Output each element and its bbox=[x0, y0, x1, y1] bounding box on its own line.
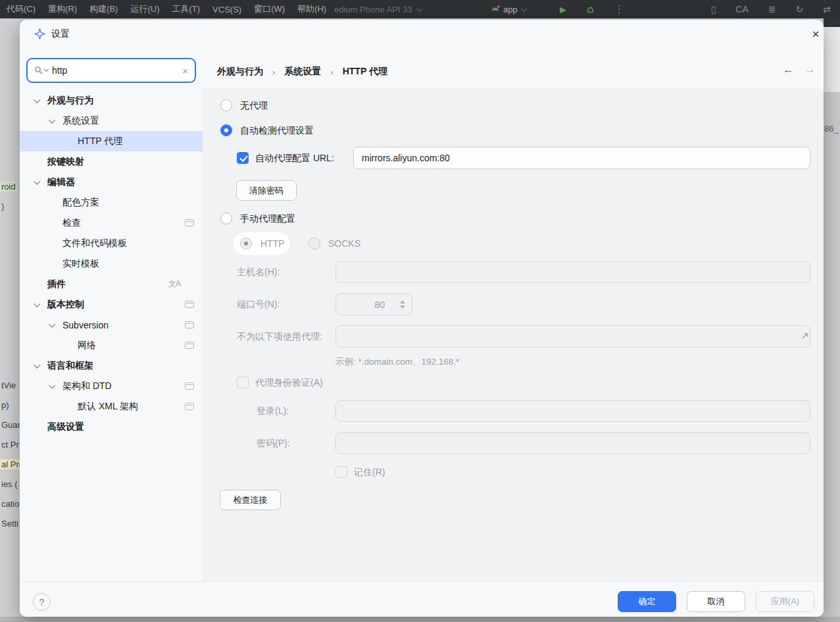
profiler-icon[interactable]: CA bbox=[735, 4, 748, 14]
clear-search-icon[interactable]: × bbox=[182, 65, 188, 76]
chevron-down-icon[interactable] bbox=[49, 382, 55, 389]
auto-detect-proxy-label[interactable]: 自动检测代理设置 bbox=[240, 125, 314, 137]
tree-item-live-templates[interactable]: 实时模板 bbox=[20, 253, 203, 274]
expand-field-icon bbox=[800, 331, 810, 341]
main-menu-bar: 代码(C) 重构(R) 构建(B) 运行(U) 工具(T) VCS(S) 窗口(… bbox=[0, 0, 840, 18]
proxy-auth-label: 代理身份验证(A) bbox=[255, 377, 323, 389]
no-proxy-label[interactable]: 无代理 bbox=[240, 100, 268, 112]
background-fragment: catio bbox=[1, 499, 19, 509]
tree-item-inspections[interactable]: 检查 bbox=[20, 213, 203, 233]
no-proxy-for-label: 不为以下项使用代理: bbox=[237, 331, 322, 343]
breadcrumb-item[interactable]: HTTP 代理 bbox=[343, 66, 387, 78]
tree-item-file-code-templates[interactable]: 文件和代码模板 bbox=[20, 233, 203, 253]
menu-help[interactable]: 帮助(H) bbox=[297, 3, 326, 15]
port-stepper bbox=[393, 294, 412, 315]
tree-item-advanced-settings[interactable]: 高级设置 bbox=[20, 417, 203, 437]
pac-url-checkbox[interactable] bbox=[237, 152, 249, 164]
background-fragment: 86_ bbox=[824, 124, 839, 134]
host-label: 主机名(H): bbox=[237, 267, 280, 278]
tree-item-network[interactable]: 网络 bbox=[20, 335, 203, 355]
background-fragment: al Pro bbox=[0, 459, 20, 469]
remember-checkbox bbox=[335, 466, 347, 478]
updates-icon[interactable]: ⇄ bbox=[823, 4, 831, 14]
spinner-up-icon bbox=[400, 300, 405, 303]
menu-run[interactable]: 运行(U) bbox=[130, 3, 159, 15]
tree-item-schemas-dtd[interactable]: 架构和 DTD bbox=[20, 376, 203, 396]
background-right-strip: 86_ bbox=[824, 18, 840, 622]
search-history-chevron-icon[interactable] bbox=[44, 67, 49, 72]
settings-dialog: 设置 × × 外观与行为 系统设置 HTTP 代理 按键映射 编辑器 配色方案 … bbox=[20, 20, 824, 617]
clear-passwords-button[interactable]: 清除密码 bbox=[236, 180, 297, 201]
debug-button[interactable] bbox=[586, 0, 595, 18]
chevron-down-icon bbox=[416, 5, 422, 12]
no-proxy-radio[interactable] bbox=[220, 99, 232, 111]
tree-item-color-scheme[interactable]: 配色方案 bbox=[20, 192, 203, 213]
tree-item-http-proxy[interactable]: HTTP 代理 bbox=[20, 131, 203, 151]
menu-tools[interactable]: 工具(T) bbox=[172, 3, 200, 15]
background-fragment: p) bbox=[1, 400, 9, 410]
background-bottom-strip bbox=[0, 617, 840, 622]
sync-icon[interactable]: ↻ bbox=[796, 4, 804, 14]
device-manager-icon[interactable]: ▯ bbox=[711, 4, 716, 14]
no-proxy-for-hint: 示例: *.domain.com、192.168.* bbox=[335, 356, 459, 368]
chevron-down-icon[interactable] bbox=[34, 97, 40, 103]
menu-refactor[interactable]: 重构(R) bbox=[48, 3, 77, 15]
tree-item-keymap[interactable]: 按键映射 bbox=[20, 151, 203, 172]
tree-item-version-control[interactable]: 版本控制 bbox=[20, 294, 203, 315]
tree-item-default-xml-schemas[interactable]: 默认 XML 架构 bbox=[20, 396, 203, 417]
chevron-down-icon[interactable] bbox=[49, 321, 55, 328]
spinner-down-icon bbox=[400, 305, 405, 309]
tree-item-plugins[interactable]: 插件文A bbox=[20, 274, 203, 294]
chevron-down-icon bbox=[521, 5, 528, 12]
tree-item-appearance-behavior[interactable]: 外观与行为 bbox=[20, 90, 203, 111]
pac-url-input[interactable] bbox=[353, 147, 810, 169]
menu-window[interactable]: 窗口(W) bbox=[254, 3, 285, 15]
background-fragment: roid bbox=[0, 182, 17, 192]
cancel-button[interactable]: 取消 bbox=[687, 591, 745, 612]
window-icon bbox=[185, 301, 194, 308]
android-icon bbox=[491, 5, 500, 13]
search-input[interactable] bbox=[52, 65, 182, 76]
close-icon[interactable]: × bbox=[806, 25, 824, 43]
menu-build[interactable]: 构建(B) bbox=[89, 3, 118, 15]
background-left-strip: roid ) tVie p) Guar ct Pr al Pro ies ( c… bbox=[0, 18, 20, 622]
no-proxy-for-input bbox=[335, 325, 810, 348]
app-window: 代码(C) 重构(R) 构建(B) 运行(U) 工具(T) VCS(S) 窗口(… bbox=[0, 0, 840, 622]
manual-proxy-radio[interactable] bbox=[220, 213, 232, 224]
chevron-down-icon[interactable] bbox=[34, 301, 40, 307]
help-icon[interactable]: ? bbox=[33, 593, 51, 611]
run-button[interactable]: ▶ bbox=[560, 0, 566, 18]
device-selector[interactable]: edium Phone API 33 bbox=[334, 0, 421, 18]
chevron-down-icon[interactable] bbox=[34, 178, 40, 185]
chevron-down-icon[interactable] bbox=[49, 117, 55, 124]
background-fragment: ) bbox=[1, 201, 4, 211]
proxy-auth-checkbox bbox=[237, 376, 249, 388]
breadcrumb-item[interactable]: 外观与行为 bbox=[217, 66, 263, 78]
back-arrow-icon[interactable]: ← bbox=[783, 63, 794, 76]
chevron-down-icon[interactable] bbox=[34, 362, 40, 369]
breadcrumb-separator: › bbox=[272, 67, 275, 77]
breadcrumb-item[interactable]: 系统设置 bbox=[284, 66, 321, 78]
menu-vcs[interactable]: VCS(S) bbox=[212, 5, 241, 14]
http-label: HTTP bbox=[260, 238, 285, 249]
menu-code[interactable]: 代码(C) bbox=[7, 3, 36, 15]
manual-proxy-label[interactable]: 手动代理配置 bbox=[240, 213, 295, 225]
auto-detect-proxy-radio[interactable] bbox=[220, 124, 232, 136]
run-configuration-selector[interactable]: app bbox=[491, 0, 526, 18]
check-connection-button[interactable]: 检查连接 bbox=[220, 490, 281, 510]
pac-url-label[interactable]: 自动代理配置 URL: bbox=[255, 153, 334, 165]
http-radio bbox=[240, 238, 252, 249]
tree-item-languages-frameworks[interactable]: 语言和框架 bbox=[20, 355, 203, 376]
background-fragment: tVie bbox=[1, 380, 16, 390]
tree-item-system-settings[interactable]: 系统设置 bbox=[20, 111, 203, 131]
structure-icon[interactable]: ≣ bbox=[768, 4, 776, 14]
forward-arrow-icon: → bbox=[804, 63, 816, 76]
login-input bbox=[335, 400, 810, 422]
background-fragment: ies ( bbox=[1, 479, 18, 489]
tree-item-editor[interactable]: 编辑器 bbox=[20, 172, 203, 192]
background-fragment: Setti bbox=[1, 519, 18, 529]
ok-button[interactable]: 确定 bbox=[618, 591, 676, 612]
dialog-footer: ? 确定 取消 应用(A) bbox=[20, 581, 824, 617]
more-actions-button[interactable]: ⋮ bbox=[614, 0, 624, 18]
tree-item-subversion[interactable]: Subversion bbox=[20, 315, 203, 335]
